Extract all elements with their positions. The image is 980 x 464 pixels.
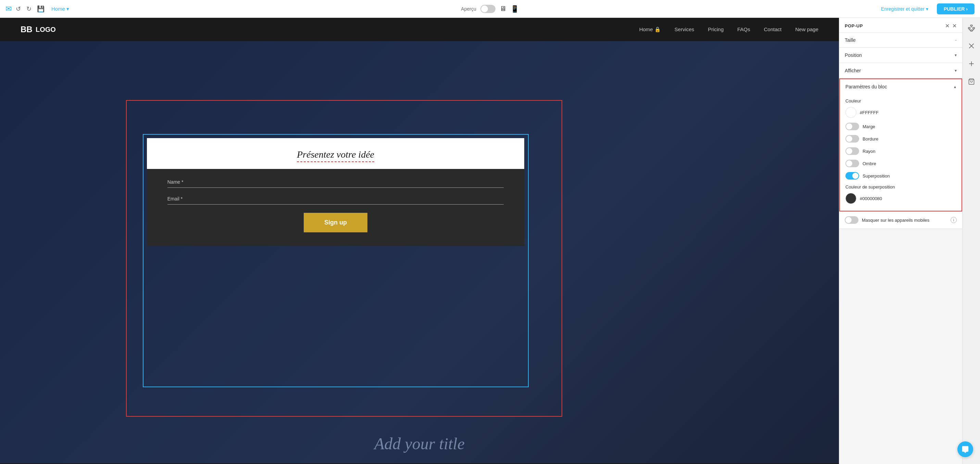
topbar: ✉ ↺ ↻ 💾 Home ▾ Aperçu 🖥 📱 Enregistrer et… [0,0,980,18]
overlay-color-row: #00000080 [845,193,956,204]
ombre-toggle[interactable] [845,160,859,167]
apercu-label: Aperçu [461,6,476,12]
popup-box: Présentez votre idée Name * Email * Sign… [147,138,525,246]
position-chevron-icon: ▾ [955,53,957,57]
main-area: BB LOGO Home 🔒 Services Pricing FAQs Con… [0,18,980,464]
publish-arrow-icon: › [966,6,968,12]
position-header[interactable]: Position ▾ [839,48,962,63]
save-button[interactable]: 💾 [36,4,46,14]
superposition-label: Superposition [862,174,890,179]
masquer-section: Masquer sur les appareils mobiles i [839,211,962,229]
site-logo: BB LOGO [21,25,56,34]
publish-button[interactable]: PUBLIER › [937,3,975,14]
afficher-label: Afficher [845,68,861,73]
parametres-header[interactable]: Paramètres du bloc ▴ [840,79,961,94]
save-quit-chevron-icon: ▾ [926,6,928,12]
color-value: #FFFFFF [860,110,879,115]
parametres-label: Paramètres du bloc [845,84,887,89]
popup-title-area: Présentez votre idée [147,138,525,169]
name-input-line[interactable] [167,187,504,188]
site-nav: BB LOGO Home 🔒 Services Pricing FAQs Con… [0,18,839,41]
bordure-label: Bordure [862,136,878,142]
parametres-content: Couleur #FFFFFF Marge Bordure [840,94,961,211]
afficher-header[interactable]: Afficher ▾ [839,63,962,78]
panel-pin-button[interactable]: ✕ [945,22,950,29]
home-nav-button[interactable]: Home ▾ [49,5,72,13]
email-label: Email * [167,196,504,201]
rayon-toggle[interactable] [845,147,859,155]
nav-item-services[interactable]: Services [675,26,694,33]
couleur-label: Couleur [845,98,956,104]
website-preview: BB LOGO Home 🔒 Services Pricing FAQs Con… [0,18,839,464]
mail-icon[interactable]: ✉ [5,5,12,13]
marge-row: Marge [845,123,956,130]
nav-item-home[interactable]: Home 🔒 [639,26,661,33]
color-swatch[interactable] [845,107,856,118]
overlay-color-swatch[interactable] [845,193,856,204]
afficher-chevron-icon: ▾ [955,68,957,73]
far-right-sidebar [962,18,980,464]
panel-close-button[interactable]: ✕ [952,22,957,29]
topbar-right: Enregistrer et quitter ▾ PUBLIER › [523,3,975,14]
name-form-group: Name * [167,179,504,188]
bordure-toggle[interactable] [845,135,859,143]
apercu-toggle[interactable] [480,5,495,13]
taille-value: - [955,37,957,43]
ombre-label: Ombre [862,161,876,166]
mobile-icon[interactable]: 📱 [511,5,519,13]
superposition-toggle[interactable] [845,172,859,180]
logo-text: LOGO [36,26,56,33]
topbar-center: Aperçu 🖥 📱 [461,5,519,13]
nav-item-contact[interactable]: Contact [764,26,782,33]
site-hero: Présentez votre idée Name * Email * Sign… [0,41,839,463]
home-label: Home [51,6,65,12]
masquer-toggle[interactable] [845,216,858,224]
undo-button[interactable]: ↺ [14,4,22,14]
parametres-chevron-icon: ▴ [954,84,956,89]
svg-text:BB: BB [21,25,33,34]
svg-rect-1 [970,25,972,26]
position-section: Position ▾ [839,48,962,63]
svg-rect-3 [972,27,975,29]
hero-background [0,41,839,463]
afficher-section: Afficher ▾ [839,63,962,78]
info-icon[interactable]: i [951,217,957,223]
logo-icon: BB [21,25,33,34]
nav-item-pricing[interactable]: Pricing [708,26,724,33]
panel-title: POP-UP [845,23,863,29]
masquer-label: Masquer sur les appareils mobiles [862,218,929,223]
ombre-row: Ombre [845,160,956,167]
site-nav-links: Home 🔒 Services Pricing FAQs Contact New… [639,26,818,33]
close-icon-button[interactable] [965,40,978,52]
nav-item-newpage[interactable]: New page [795,26,818,33]
hero-title: Add your title [374,434,465,453]
marge-label: Marge [862,124,875,129]
add-icon-button[interactable] [965,57,978,70]
parametres-section: Paramètres du bloc ▴ Couleur #FFFFFF Mar… [839,78,962,211]
svg-rect-2 [968,27,970,29]
taille-section: Taille - [839,33,962,48]
chat-bubble[interactable] [958,442,973,457]
right-panel: POP-UP ✕ ✕ Taille - Position ▾ Afficher … [839,18,962,464]
masquer-row: Masquer sur les appareils mobiles i [839,211,962,228]
home-chevron-icon: ▾ [67,6,69,12]
bordure-row: Bordure [845,135,956,143]
canvas: BB LOGO Home 🔒 Services Pricing FAQs Con… [0,18,839,464]
popup-form-area: Name * Email * Sign up [147,169,525,246]
desktop-icon[interactable]: 🖥 [500,5,506,13]
topbar-left: ✉ ↺ ↻ 💾 Home ▾ [5,4,457,14]
signup-button[interactable]: Sign up [304,213,368,232]
marge-toggle[interactable] [845,123,859,130]
couleur-row: #FFFFFF [845,107,956,118]
redo-button[interactable]: ↻ [25,4,33,14]
taille-label: Taille [845,37,856,43]
superposition-row: Superposition [845,172,956,180]
cart-icon-button[interactable] [965,75,978,88]
nav-item-faqs[interactable]: FAQs [737,26,750,33]
sitemap-icon-button[interactable] [965,22,978,34]
save-quit-button[interactable]: Enregistrer et quitter ▾ [877,4,933,14]
overlay-color-label: Couleur de superposition [845,184,956,190]
panel-header: POP-UP ✕ ✕ [839,18,962,33]
popup-title[interactable]: Présentez votre idée [297,149,374,162]
email-form-group: Email * [167,196,504,204]
